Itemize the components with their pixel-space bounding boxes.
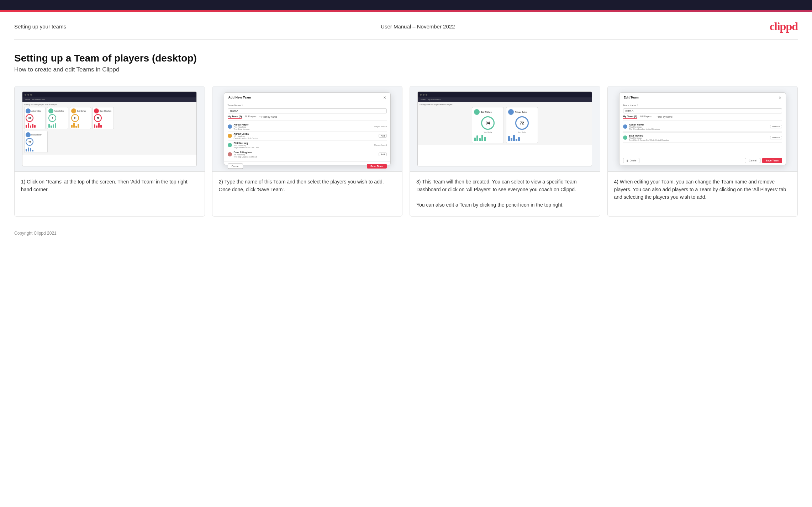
mock-nav-myperf: My Performance — [32, 98, 46, 101]
card-1-screenshot: Home My Performance Finding 5 out of 8 p… — [15, 86, 205, 172]
mock-bar — [71, 125, 73, 128]
card-2-text: 2) Type the name of this Team and then s… — [212, 172, 402, 216]
mock-bars-2 — [48, 122, 67, 128]
modal-2-avatar-1 — [623, 135, 627, 140]
modal-2-close-icon[interactable]: ✕ — [779, 96, 781, 100]
modal-2-playerinfo-1: Blair McHarg Plus HandicapRoyal North De… — [629, 134, 768, 141]
mock-bar — [96, 126, 97, 128]
modal-1-playerclub-1: 1.5 HandicapCentral London Golf Centre — [234, 135, 377, 139]
copyright-text: Copyright Clippd 2021 — [14, 231, 57, 236]
modal-1-playername-2: Blair McHarg — [234, 142, 373, 144]
modal-1-name-input[interactable]: Team A — [228, 108, 387, 113]
mock-bar — [34, 125, 36, 128]
card-1-text: 1) Click on 'Teams' at the top of the sc… — [15, 172, 205, 216]
modal-1-playerinfo-2: Blair McHarg Plus HandicapRoyal North De… — [234, 142, 373, 149]
mock-bars-3 — [71, 122, 90, 128]
mock-bars-1 — [26, 122, 44, 128]
mock-nav-home: Home — [25, 98, 30, 101]
modal-1-playername-3: Dave Billingham — [234, 151, 377, 154]
modal-1-playerinfo-0: Adrian Player Plus HandicapThe Show Lond… — [234, 123, 373, 130]
mock-topbar-3 — [418, 92, 592, 97]
modal-1-cancel-button[interactable]: Cancel — [228, 164, 243, 169]
mock-dot-3 — [30, 94, 32, 96]
modal-1-playerclub-0: Plus HandicapThe Show London — [234, 126, 373, 130]
modal-1-playerclub-3: 3.6 HandicapThe Dog Magling Golf Club — [234, 154, 377, 158]
modal-2-body: Team Name * Team A My Team (2) All Playe… — [619, 102, 786, 156]
cards-grid: Home My Performance Finding 5 out of 8 p… — [14, 86, 798, 217]
card-3-text-para2: You can also edit a Team by clicking the… — [416, 202, 564, 208]
modal-2-delete-button[interactable]: 🗑 Delete — [623, 158, 640, 163]
card-3-text: 3) This Team will then be created. You c… — [410, 172, 600, 216]
page-title: Setting up a Team of players (desktop) — [14, 53, 798, 64]
modal-2-save-button[interactable]: Save Team — [762, 158, 782, 163]
modal-1-name-label: Team Name * — [228, 104, 387, 107]
modal-1-playername-0: Adrian Player — [234, 123, 373, 126]
card-2: Add New Team ✕ Team Name * Team A My Tea… — [212, 86, 403, 217]
modal-2-playername-1: Blair McHarg — [629, 134, 768, 137]
card-4-screenshot: Edit Team ✕ Team Name * Team A My Team (… — [608, 86, 798, 172]
main-content: Setting up a Team of players (desktop) H… — [0, 40, 812, 225]
modal-2-tab-myteam[interactable]: My Team (2) — [623, 115, 637, 119]
mock-bar — [32, 150, 33, 151]
top-bar — [0, 0, 812, 10]
modal-1-playername-1: Adrian Coliba — [234, 133, 377, 135]
mock-bar — [78, 124, 79, 128]
modal-1-playerinfo-3: Dave Billingham 3.6 HandicapThe Dog Magl… — [234, 151, 377, 158]
modal-1-title: Add New Team — [228, 96, 251, 99]
modal-1-status-0: Player Added — [374, 126, 387, 128]
card-1: Home My Performance Finding 5 out of 8 p… — [14, 86, 205, 217]
modal-2-player-0: Adrian Player Plus HandicapThe Show Lond… — [623, 122, 782, 132]
modal-2-remove-btn-0[interactable]: Remove — [770, 125, 782, 128]
modal-2-title: Edit Team — [624, 96, 639, 99]
mock-bar — [53, 124, 54, 128]
mock-nav-3: Home My Performance — [418, 97, 592, 102]
add-new-team-modal: Add New Team ✕ Team Name * Team A My Tea… — [224, 92, 391, 166]
modal-1-footer: Cancel Save Team — [224, 161, 390, 171]
mock-bar — [30, 148, 31, 151]
modal-1-close-icon[interactable]: ✕ — [383, 96, 386, 100]
mock-bar — [48, 124, 50, 128]
page-footer: Copyright Clippd 2021 — [0, 225, 812, 241]
modal-2-tabs: My Team (2) All Players ☐ Filter by name — [623, 115, 782, 121]
mock-nav-1: Home My Performance — [22, 97, 196, 102]
modal-1-tab-myteam[interactable]: My Team (2) — [228, 115, 242, 119]
modal-2-name-input[interactable]: Team A — [623, 108, 782, 113]
card-3-screenshot: Home My Performance Finding 5 out of 8 p… — [410, 86, 600, 172]
modal-1-player-2: Blair McHarg Plus HandicapRoyal North De… — [228, 141, 387, 150]
mock-bar — [26, 149, 27, 151]
modal-2-cancel-button[interactable]: Cancel — [745, 158, 760, 163]
mock-score-1: 84 — [26, 114, 33, 122]
mock-avatar-3 — [71, 108, 76, 113]
mock-dot-c — [426, 94, 427, 96]
mock-score-5: 72 — [26, 138, 33, 146]
mock-nav-myperf-3: My Performance — [428, 98, 441, 101]
header: Setting up your teams User Manual – Nove… — [0, 12, 812, 39]
modal-2-remove-btn-1[interactable]: Remove — [770, 136, 782, 139]
modal-2-tab-allplayers[interactable]: All Players — [640, 115, 652, 119]
mock-bar — [51, 126, 52, 128]
page-subtitle: How to create and edit Teams in Clippd — [14, 66, 798, 73]
modal-1-avatar-1 — [228, 134, 232, 138]
clippd-logo: clippd — [770, 20, 798, 33]
mock-avatar-2 — [48, 108, 53, 113]
mock-score-4: 78 — [94, 114, 102, 122]
mock-bar — [55, 123, 56, 128]
mock-bar — [73, 123, 75, 128]
mock-bar — [100, 125, 102, 128]
modal-1-save-button[interactable]: Save Team — [367, 164, 387, 169]
modal-1-avatar-2 — [228, 143, 232, 147]
card-4: Edit Team ✕ Team Name * Team A My Team (… — [607, 86, 798, 217]
modal-2-tab-filter: ☐ Filter by name — [655, 115, 673, 119]
modal-1-add-btn-3[interactable]: Add — [379, 153, 387, 156]
modal-1-add-btn-1[interactable]: Add — [379, 134, 387, 138]
mock-bar — [32, 124, 33, 128]
mock-avatar-1 — [26, 108, 31, 113]
modal-1-tab-allplayers[interactable]: All Players — [244, 115, 256, 119]
modal-1-avatar-3 — [228, 152, 232, 156]
mock-bar — [94, 124, 95, 128]
header-left-text: Setting up your teams — [14, 23, 66, 30]
modal-1-status-2: Player Added — [374, 144, 387, 146]
modal-1-player-0: Adrian Player Plus HandicapThe Show Lond… — [228, 122, 387, 132]
card-3-text-para1: 3) This Team will then be created. You c… — [416, 179, 577, 192]
card-3-mockapp: Home My Performance Finding 5 out of 8 p… — [417, 91, 592, 166]
